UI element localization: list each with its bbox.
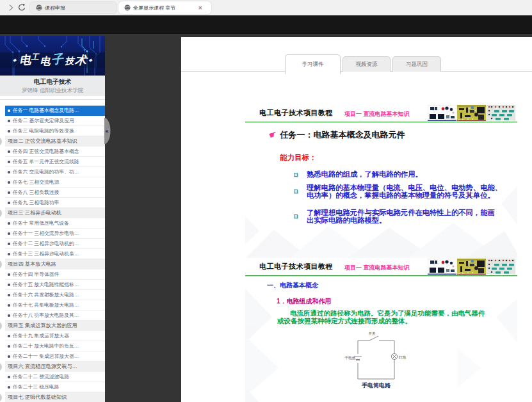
nav-task-item[interactable]: 任务十五 放大电路性能指标…: [5, 280, 105, 290]
tab-video-resources[interactable]: 视频资源: [343, 56, 391, 72]
course-sidebar: ◆电工电子技术◆ 电工电子技术 罗锦锋 信阳职业技术学院 任务一 电路基本概念及…: [0, 36, 105, 402]
nav-task-item[interactable]: 任务一 电路基本概念及电路…: [5, 106, 105, 116]
nav-section-header[interactable]: 项目四 基本放大电路: [5, 259, 105, 269]
slide-1: 电工电子技术项目教程 项目一 直流电路基本知识: [245, 104, 517, 258]
experiment-panel-photo: [487, 105, 515, 122]
nav-task-item[interactable]: 任务十八 功率放大电路及其…: [5, 310, 105, 321]
reload-icon[interactable]: [17, 3, 27, 13]
browser-topbar: 课程申报 全屏显示课程 章节 ×: [0, 0, 532, 15]
nav-section-header[interactable]: 项目二 正弦交流电路基本知识: [5, 136, 105, 147]
circuit-board-photo: [457, 259, 486, 275]
header-green-rule: [245, 275, 517, 277]
electronics-trainer-photo: [428, 259, 456, 275]
collapse-chevrons-icon: «: [106, 128, 109, 134]
sidebar-collapse-handle[interactable]: «: [104, 118, 111, 144]
bullet-square-icon: [294, 214, 298, 218]
diamond-icon: ◆: [89, 57, 92, 63]
slide-title-row: ☛ 任务一：电路基本概念及电路元件: [269, 130, 405, 140]
slide-header: 电工电子技术项目教程 项目一 直流电路基本知识: [245, 258, 517, 277]
nav-task-item[interactable]: 任务八 三相负载连接: [5, 188, 105, 198]
goal-bullet: 了解理想电路元件与实际电路元件在电特性上的不同，能画出实际电路的电路模型。: [294, 209, 505, 225]
switch-label: 开关: [369, 332, 376, 335]
close-tab-icon[interactable]: ×: [198, 3, 202, 13]
section-heading: 一、电路基本概念: [267, 281, 318, 290]
nav-task-item[interactable]: 任务四 正弦交流电路基本概念: [5, 147, 105, 157]
slide-book-title: 电工电子技术项目教程: [259, 262, 333, 271]
course-title: 电工电子技术: [0, 77, 105, 86]
globe-icon: [36, 4, 42, 11]
nav-task-item[interactable]: 任务六 交流电路的功率、功…: [5, 167, 105, 177]
course-head: 电工电子技术 罗锦锋 信阳职业技术学院: [0, 76, 105, 96]
nav-task-item[interactable]: 任务十二 三相异步电动机的…: [5, 239, 105, 249]
browser-tab-fullscreen-course[interactable]: 全屏显示课程 章节 ×: [118, 1, 211, 14]
nav-top-divider: [0, 96, 105, 100]
banner-char: 工: [31, 53, 39, 61]
course-banner: ◆电工电子技术◆: [0, 36, 105, 76]
banner-char: 电: [40, 56, 51, 67]
banner-char: 技: [65, 56, 74, 65]
nav-section-header[interactable]: 项目三 三相异步电动机: [5, 208, 105, 218]
bullet-square-icon: [294, 173, 298, 177]
course-nav-list: 任务一 电路基本概念及电路…任务二 基尔霍夫定律及应用任务三 电阻电路的等效变换…: [5, 106, 105, 402]
nav-section-header[interactable]: 项目七 逻辑代数基础知识: [5, 392, 105, 402]
battery-label: 干电池: [345, 356, 356, 360]
slide-2: 电工电子技术项目教程 项目一 直流电路基本知识: [245, 258, 517, 402]
nav-task-item[interactable]: 任务九 三相电路功率: [5, 198, 105, 208]
slide1-bullet-list: 熟悉电路的组成，了解电路的作用。理解电路的基本物理量（电流、电压、电位、电动势、…: [294, 171, 505, 225]
nav-task-item[interactable]: 任务十一 三相交流异步电动…: [5, 229, 105, 239]
slide-book-title: 电工电子技术项目教程: [259, 108, 333, 118]
electronics-trainer-photo: [428, 105, 456, 122]
window-black-strip: [0, 15, 532, 34]
banner-title: ◆电工电子技术◆: [0, 52, 105, 68]
nav-task-item[interactable]: 任务十九 集成运算放大器: [5, 331, 105, 341]
goal-bullet: 理解电路的基本物理量（电流、电压、电位、电动势、电能、电功率）的概念，掌握电路的…: [294, 184, 505, 200]
bullet-square-icon: [294, 189, 298, 193]
nav-task-item[interactable]: 任务三 电阻电路的等效变换: [5, 126, 105, 136]
nav-task-item[interactable]: 任务十四 半导体器件: [5, 269, 105, 280]
nav-task-item[interactable]: 任务十 常用低压电气设备: [5, 218, 105, 229]
tab-label: 习题巩固: [406, 61, 428, 68]
slide-project-subtitle: 项目一 直流电路基本知识: [344, 110, 410, 118]
browser-tab-label: 课程申报: [45, 4, 65, 12]
diamond-icon: ◆: [13, 57, 16, 63]
nav-task-item[interactable]: 任务十七 共集电极放大电路…: [5, 300, 105, 310]
ability-goal-heading: 能力目标：: [280, 153, 317, 163]
slide-header: 电工电子技术项目教程 项目一 直流电路基本知识: [245, 104, 517, 123]
nav-task-item[interactable]: 任务十六 共发射极放大电路…: [5, 290, 105, 300]
task-title: 任务一：电路基本概念及电路元件: [280, 130, 405, 140]
browser-tab-label: 全屏显示课程 章节: [133, 4, 175, 12]
pointing-hand-icon: ☛: [268, 129, 278, 140]
tab-exercises[interactable]: 习题巩固: [392, 56, 441, 72]
tab-label: 视频资源: [356, 61, 378, 68]
course-author: 罗锦锋 信阳职业技术学院: [0, 86, 105, 94]
forward-icon[interactable]: [6, 3, 16, 13]
globe-icon: [124, 4, 131, 11]
nav-task-item[interactable]: 任务二十二 整流滤波电路: [5, 372, 105, 382]
tab-label: 学习课件: [302, 61, 324, 68]
nav-task-item[interactable]: 任务二十三 稳压电路: [5, 382, 105, 392]
circuit-definition-paragraph: 电流所通过的路径称为电路。它是为了满足功能需要，由电气器件或设备按照某种特定方式…: [277, 309, 485, 325]
banner-char: 子: [50, 52, 63, 66]
banner-char: 电: [19, 54, 31, 66]
browser-tab-course-declare[interactable]: 课程申报: [29, 1, 117, 14]
diagram-caption: 手电筒电路: [343, 382, 410, 390]
nav-task-item[interactable]: 任务二十 放大电路中的负反…: [5, 341, 105, 351]
banner-char: 术: [74, 54, 86, 67]
nav-section-header[interactable]: 项目五 集成运算放大器的应用: [5, 321, 105, 331]
nav-task-item[interactable]: 任务七 三相交流电源: [5, 177, 105, 188]
course-content-panel: 学习课件 视频资源 习题巩固 电工电子技术项目教程 项目一 直流电路基本知识: [181, 37, 532, 402]
flashlight-circuit-diagram: 开关 干电池 灯泡: [340, 331, 414, 382]
nav-task-item[interactable]: 任务二十一 集成运算放大器…: [5, 351, 105, 362]
nav-task-item[interactable]: 任务十三 三相异步电动机条…: [5, 249, 105, 259]
header-green-rule: [245, 121, 517, 123]
circuit-board-photo: [457, 105, 486, 122]
nav-task-item[interactable]: 任务五 单一元件正弦交流线路: [5, 157, 105, 167]
lamp-label: 灯泡: [399, 355, 407, 360]
nav-task-item[interactable]: 任务二 基尔霍夫定律及应用: [5, 116, 105, 126]
goal-bullet: 熟悉电路的组成，了解电路的作用。: [294, 171, 505, 179]
tab-learning-courseware[interactable]: 学习课件: [285, 54, 341, 74]
nav-section-header[interactable]: 项目六 直流稳压电源安装与…: [5, 362, 105, 372]
sub-section-heading: 1．电路组成和作用: [277, 297, 332, 306]
experiment-panel-photo: [487, 259, 515, 275]
slide-project-subtitle: 项目一 直流电路基本知识: [344, 264, 410, 272]
